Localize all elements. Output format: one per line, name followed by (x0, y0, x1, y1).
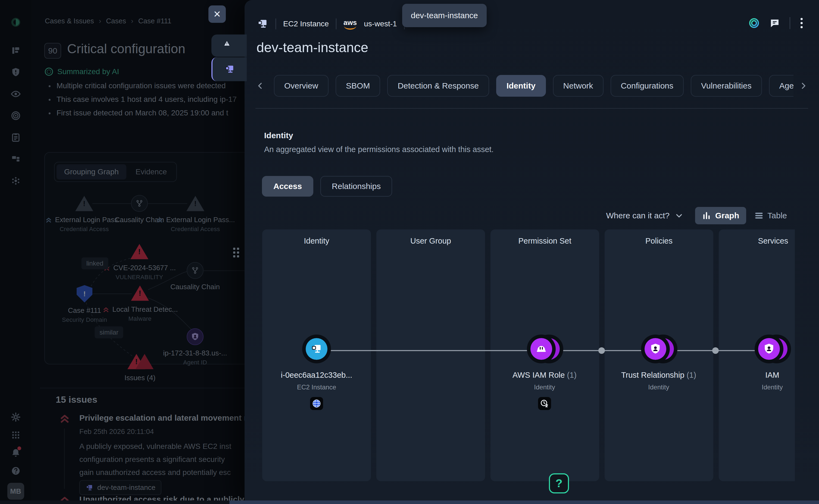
monitor-icon (256, 18, 268, 30)
connector-dot (598, 347, 605, 354)
iam-role-node-icon (531, 338, 552, 360)
tab-sbom[interactable]: SBOM (335, 75, 380, 97)
graph-controls: Where can it act? Graph Table (606, 207, 787, 224)
horizontal-scrollbar[interactable] (0, 500, 819, 504)
tab-identity[interactable]: Identity (496, 75, 546, 97)
warning-triangle-icon (224, 40, 234, 51)
mode-access[interactable]: Access (262, 176, 313, 197)
tabs-scroll-right[interactable] (797, 80, 809, 92)
globe-badge-icon (310, 397, 323, 410)
mode-toggle: Access Relationships (262, 176, 392, 197)
chat-icon[interactable] (769, 17, 780, 29)
divider (275, 18, 276, 29)
panel-actions (748, 17, 804, 29)
tab-overview[interactable]: Overview (274, 75, 328, 97)
asset-detail-panel: EC2 Instance aws us-west-1 343059098 dev… (244, 0, 819, 504)
tabs-divider (255, 108, 808, 109)
clock-snooze-badge-icon (538, 397, 551, 410)
drag-handle[interactable] (233, 248, 239, 257)
section-description: An aggregated view of the permissions as… (264, 145, 494, 154)
scrollbar-thumb[interactable] (229, 500, 819, 504)
region-label: us-west-1 (364, 20, 397, 28)
mode-relationships[interactable]: Relationships (320, 176, 392, 197)
section-heading: Identity (264, 131, 293, 140)
monitor-icon (224, 64, 235, 75)
tooltip: dev-team-instance (402, 4, 487, 27)
bar-chart-icon (702, 211, 711, 220)
tab-network[interactable]: Network (553, 75, 604, 97)
connector-dot (712, 347, 719, 354)
aws-logo: aws (343, 18, 357, 30)
table-view-button[interactable]: Table (754, 211, 787, 220)
node-iam[interactable]: IAM Identity (723, 335, 795, 391)
tab-detection-response[interactable]: Detection & Response (387, 75, 489, 97)
graph-help-button[interactable]: ? (549, 473, 569, 493)
shield-person-icon (758, 338, 780, 360)
edge-tab-asset-selected[interactable] (211, 57, 247, 81)
tab-vulnerabilities[interactable]: Vulnerabilities (691, 75, 762, 97)
asset-type-label: EC2 Instance (283, 20, 329, 28)
node-aws-iam-role[interactable]: AWS IAM Role (1) Identity (496, 335, 594, 410)
permissions-graph: Identity User Group Permission Set Polic… (262, 229, 795, 504)
column-user-group: User Group (376, 229, 485, 481)
view-switch: Graph Table (695, 207, 787, 224)
close-panel-button[interactable]: ✕ (208, 5, 226, 23)
ec2-node-icon (306, 338, 327, 360)
node-ec2-instance[interactable]: i-0eec6aa12c33eb... EC2 Instance (268, 335, 365, 410)
divider (790, 17, 790, 29)
graph-view-button[interactable]: Graph (695, 207, 746, 224)
edge-tab-alerts[interactable] (211, 34, 247, 57)
tab-agent-information[interactable]: Agent Information (769, 75, 793, 97)
chevron-down-icon (675, 212, 683, 220)
kebab-menu-icon[interactable] (799, 17, 804, 29)
filter-dropdown[interactable]: Where can it act? (606, 211, 683, 220)
divider (336, 18, 336, 29)
tab-configurations[interactable]: Configurations (611, 75, 684, 97)
shield-person-icon (645, 338, 666, 360)
tabs-scroll-left[interactable] (254, 80, 266, 92)
table-rows-icon (754, 211, 764, 220)
ai-rings-icon[interactable] (748, 17, 760, 29)
asset-tabs: Overview SBOM Detection & Response Ident… (254, 74, 809, 98)
tabs-scroller: Overview SBOM Detection & Response Ident… (274, 74, 793, 98)
node-trust-relationship[interactable]: Trust Relationship (1) Identity (610, 335, 708, 391)
asset-title: dev-team-instance (256, 40, 368, 55)
